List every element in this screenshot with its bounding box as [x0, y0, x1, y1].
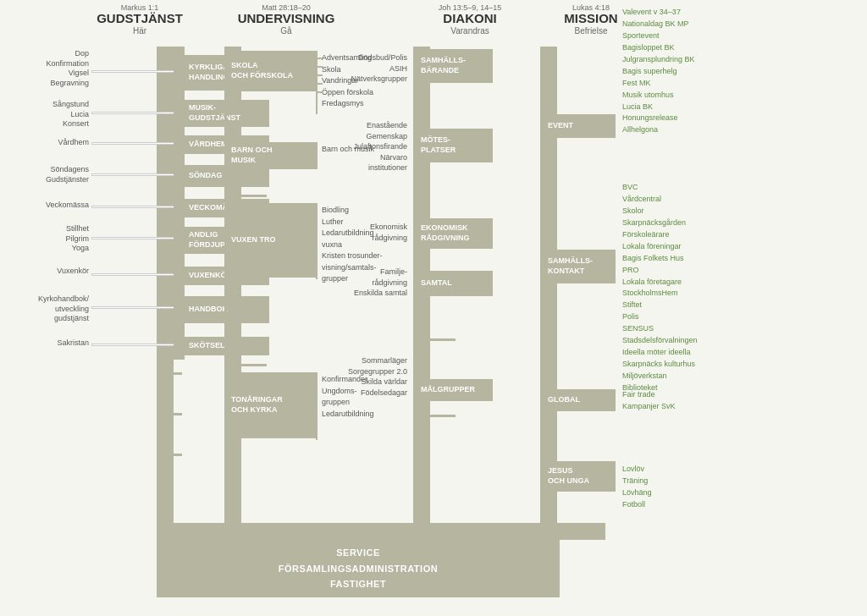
svg-rect-34: [430, 523, 431, 540]
box-barn: BARN OCHMUSIK: [227, 142, 316, 169]
box-tonaringar: TONÅRINGAROCH KYRKA: [227, 372, 316, 438]
label-andlig: StillhetPilgrimYoga: [25, 224, 89, 254]
svg-rect-1: [157, 47, 174, 523]
label-vuxenkor: Vuxenkör: [25, 267, 89, 277]
line-barn-right: [316, 142, 318, 169]
bar-veckomassa: [91, 206, 182, 208]
line-skola-h4: [316, 83, 323, 85]
line-skola-h3: [316, 74, 323, 76]
svg-rect-19: [241, 195, 267, 197]
svg-rect-27: [430, 415, 456, 417]
mission-vert-line: [540, 47, 543, 533]
box-event: EVENT: [544, 114, 616, 138]
svg-rect-14: [157, 372, 182, 375]
bar-andlig: [91, 237, 182, 239]
page-container: Markus 1:1 GUDSTJÄNST Här Matt 28:18–20 …: [0, 0, 867, 616]
diakoni-title: DIAKONI: [415, 12, 525, 26]
text-ekonomisk: Ekonomiskrådgivning: [339, 222, 409, 243]
undervisning-vert-line: [224, 47, 227, 533]
box-samhallsbarande: SAMHÄLLS-BÄRANDE: [417, 49, 493, 83]
undervisning-title: UNDERVISNING: [227, 12, 345, 26]
box-samhallskontakt: SAMHÄLLS-KONTAKT: [544, 250, 616, 283]
gudstjanst-header: Markus 1:1 GUDSTJÄNST Här: [93, 3, 186, 36]
right-list-jesusunga: Lovlöv Träning Lövhäng Fotboll: [622, 464, 770, 511]
diakoni-header: Joh 13:5–9, 14–15 DIAKONI Varandras: [415, 3, 525, 36]
bar-skotsel: [91, 344, 182, 346]
svg-rect-21: [241, 364, 267, 366]
right-list-event: Valevent v 34–37 Nationaldag BK MP Sport…: [622, 7, 770, 136]
box-musik: MUSIK-GUDSTJÄNST: [185, 100, 269, 127]
label-sondag: SöndagensGudstjänster: [8, 165, 89, 184]
svg-rect-32: [174, 523, 174, 540]
bar-vardhem: [91, 142, 182, 145]
undervisning-subtitle: Gå: [227, 26, 345, 36]
label-skotsel: Sakristan: [25, 338, 89, 349]
text-motesplatser: EnaståendeGemenskapJulaftonsfirandeNärva…: [333, 120, 409, 173]
svg-rect-16: [157, 454, 182, 456]
bar-vuxenkor: [91, 273, 182, 276]
line-skola-h2: [316, 66, 323, 68]
bottom-admin: FÖRSAMLINGSADMINISTRATION: [279, 564, 438, 574]
bar-handbok: [91, 306, 182, 309]
bottom-service: SERVICE: [336, 547, 380, 558]
gudstjanst-vert-line: [174, 47, 185, 360]
line-skola-h1: [316, 58, 323, 59]
box-jesusunga: JESUSOCH UNGA: [544, 461, 616, 492]
bar-sondag: [91, 173, 182, 176]
label-vardhem: Vårdhem: [25, 138, 89, 148]
diakoni-vert-line: [413, 47, 416, 533]
undervisning-header: Matt 28:18–20 UNDERVISNING Gå: [227, 3, 345, 36]
gudstjanst-subtitle: Här: [93, 26, 186, 36]
svg-rect-33: [241, 523, 242, 540]
label-musik: SångstundLuciaKonsert: [25, 100, 89, 129]
bottom-section: SERVICE FÖRSAMLINGSADMINISTRATION FASTIG…: [157, 540, 560, 597]
box-motesplatser: MÖTES-PLATSER: [417, 129, 493, 162]
box-vuxentro: VUXEN TRO: [227, 203, 316, 278]
diakoni-subtitle: Varandras: [415, 26, 525, 36]
svg-rect-26: [430, 338, 456, 341]
label-kyrkliga: DopKonfirmationVigselBegravning: [25, 49, 89, 89]
label-veckomassa: Veckomässa: [25, 201, 89, 211]
text-samtal: Familje-rådgivningEnskilda samtal: [339, 267, 409, 299]
line-skola-h5: [316, 91, 323, 93]
label-handbok: Kyrkohandbok/utvecklinggudstjänst: [4, 294, 89, 324]
text-malgrupper: SommarlägerSorgegrupper 2.0Skilda världa…: [333, 355, 409, 398]
box-skotsel: SKÖTSEL: [185, 337, 269, 355]
right-list-global: Fair trade Kampanjer SvK: [622, 389, 770, 413]
gudstjanst-title: GUDSTJÄNST: [93, 12, 186, 26]
right-list-samhallskontakt: BVC Vårdcentral Skolor Skarpnäcksgården …: [622, 182, 770, 394]
svg-rect-35: [557, 523, 558, 540]
box-ekonomisk: EKONOMISKRÅDGIVNING: [417, 218, 493, 249]
box-handbok: HANDBOK: [185, 296, 269, 323]
bar-kyrkliga: [91, 70, 182, 73]
bottom-fastighet: FASTIGHET: [330, 579, 386, 589]
line-vuxentro-right: [316, 203, 318, 279]
text-dodsbud: Dödsbud/PolisASIHNätverksgrupper: [333, 52, 409, 85]
svg-rect-15: [157, 413, 182, 415]
box-skola: SKOLAOCH FÖRSKOLA: [227, 51, 316, 91]
box-samtal: SAMTAL: [417, 271, 493, 296]
box-malgrupper: MÅLGRUPPER: [417, 379, 493, 401]
line-tonaringar-right: [316, 372, 318, 440]
bar-musik: [91, 112, 182, 114]
box-global: GLOBAL: [544, 389, 616, 411]
